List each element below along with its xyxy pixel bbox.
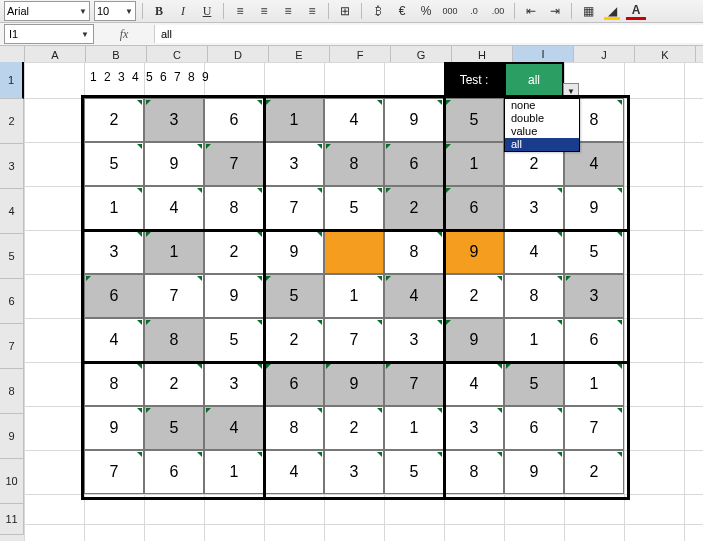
- sudoku-cell[interactable]: 9: [84, 406, 144, 450]
- sudoku-cell[interactable]: 7: [384, 362, 444, 406]
- sudoku-cell[interactable]: 9: [204, 274, 264, 318]
- sudoku-cell[interactable]: 4: [84, 318, 144, 362]
- sudoku-cell[interactable]: 5: [384, 450, 444, 494]
- sudoku-cell[interactable]: 3: [264, 142, 324, 186]
- font-color-button[interactable]: A: [626, 2, 646, 20]
- sudoku-cell[interactable]: 3: [444, 406, 504, 450]
- sudoku-cell[interactable]: 8: [144, 318, 204, 362]
- sudoku-cell[interactable]: 3: [144, 98, 204, 142]
- sudoku-cell[interactable]: 5: [264, 274, 324, 318]
- sudoku-cell[interactable]: 5: [84, 142, 144, 186]
- validation-dropdown[interactable]: nonedoublevalueall: [504, 98, 580, 152]
- dropdown-option[interactable]: double: [505, 112, 579, 125]
- inc-indent-button[interactable]: ⇥: [545, 2, 565, 20]
- sudoku-cell[interactable]: 6: [84, 274, 144, 318]
- row-header[interactable]: 9: [0, 414, 24, 459]
- sudoku-cell[interactable]: 4: [324, 98, 384, 142]
- percent-button[interactable]: %: [416, 2, 436, 20]
- row-header[interactable]: 11: [0, 504, 24, 535]
- sudoku-cell[interactable]: 5: [144, 406, 204, 450]
- sudoku-cell[interactable]: 6: [204, 98, 264, 142]
- row-header[interactable]: 10: [0, 459, 24, 504]
- sudoku-cell[interactable]: 7: [324, 318, 384, 362]
- sudoku-cell[interactable]: 4: [384, 274, 444, 318]
- sudoku-cell[interactable]: 3: [324, 450, 384, 494]
- sudoku-cell[interactable]: 6: [564, 318, 624, 362]
- sudoku-cell[interactable]: 2: [204, 230, 264, 274]
- sudoku-cell[interactable]: 5: [564, 230, 624, 274]
- sudoku-cell[interactable]: 6: [384, 142, 444, 186]
- currency-button[interactable]: ₿: [368, 2, 388, 20]
- sudoku-cell[interactable]: 4: [264, 450, 324, 494]
- row-header[interactable]: 8: [0, 369, 24, 414]
- row-header[interactable]: 5: [0, 234, 24, 279]
- sudoku-cell[interactable]: 3: [204, 362, 264, 406]
- sudoku-cell[interactable]: 6: [264, 362, 324, 406]
- row-header[interactable]: 6: [0, 279, 24, 324]
- sudoku-cell[interactable]: 7: [84, 450, 144, 494]
- sudoku-cell[interactable]: 3: [564, 274, 624, 318]
- font-select[interactable]: Arial ▼: [4, 1, 90, 21]
- sudoku-cell[interactable]: 5: [504, 362, 564, 406]
- border-button[interactable]: ▦: [578, 2, 598, 20]
- align-left-button[interactable]: ≡: [230, 2, 250, 20]
- dec-decimal-button[interactable]: .00: [488, 2, 508, 20]
- sudoku-cell[interactable]: 8: [504, 274, 564, 318]
- fill-color-button[interactable]: ◢: [602, 2, 622, 20]
- sudoku-cell[interactable]: 1: [504, 318, 564, 362]
- sudoku-cell[interactable]: 9: [324, 362, 384, 406]
- fx-icon[interactable]: fx: [120, 27, 129, 42]
- sudoku-cell[interactable]: 8: [324, 142, 384, 186]
- sudoku-cell[interactable]: 2: [84, 98, 144, 142]
- sudoku-cell[interactable]: 2: [324, 406, 384, 450]
- row-header[interactable]: 3: [0, 144, 24, 189]
- formula-input[interactable]: all: [154, 25, 703, 43]
- align-justify-button[interactable]: ≡: [302, 2, 322, 20]
- bold-button[interactable]: B: [149, 2, 169, 20]
- sudoku-cell[interactable]: [324, 230, 384, 274]
- row-header[interactable]: 4: [0, 189, 24, 234]
- test-mode-cell[interactable]: all: [504, 62, 564, 98]
- number-format-button[interactable]: 000: [440, 2, 460, 20]
- sudoku-cell[interactable]: 8: [264, 406, 324, 450]
- sudoku-cell[interactable]: 1: [144, 230, 204, 274]
- inc-decimal-button[interactable]: .0: [464, 2, 484, 20]
- sudoku-cell[interactable]: 8: [204, 186, 264, 230]
- sudoku-cell[interactable]: 9: [144, 142, 204, 186]
- cells-area[interactable]: 1 2 3 4 5 6 7 8 9Test :all▼nonedoubleval…: [24, 62, 703, 541]
- sudoku-cell[interactable]: 2: [144, 362, 204, 406]
- sudoku-cell[interactable]: 9: [384, 98, 444, 142]
- sudoku-cell[interactable]: 1: [564, 362, 624, 406]
- sudoku-cell[interactable]: 5: [204, 318, 264, 362]
- sudoku-cell[interactable]: 9: [564, 186, 624, 230]
- sudoku-cell[interactable]: 1: [84, 186, 144, 230]
- sudoku-cell[interactable]: 3: [504, 186, 564, 230]
- font-size-select[interactable]: 10 ▼: [94, 1, 136, 21]
- underline-button[interactable]: U: [197, 2, 217, 20]
- sudoku-cell[interactable]: 8: [384, 230, 444, 274]
- sudoku-cell[interactable]: 3: [384, 318, 444, 362]
- sudoku-cell[interactable]: 2: [384, 186, 444, 230]
- sudoku-cell[interactable]: 1: [204, 450, 264, 494]
- sudoku-cell[interactable]: 7: [204, 142, 264, 186]
- sudoku-cell[interactable]: 5: [444, 98, 504, 142]
- sudoku-cell[interactable]: 4: [504, 230, 564, 274]
- euro-button[interactable]: €: [392, 2, 412, 20]
- dropdown-option[interactable]: none: [505, 99, 579, 112]
- merge-button[interactable]: ⊞: [335, 2, 355, 20]
- sudoku-cell[interactable]: 2: [444, 274, 504, 318]
- sudoku-cell[interactable]: 9: [444, 230, 504, 274]
- sudoku-cell[interactable]: 7: [144, 274, 204, 318]
- sudoku-cell[interactable]: 7: [564, 406, 624, 450]
- sudoku-cell[interactable]: 6: [144, 450, 204, 494]
- name-box[interactable]: I1 ▼: [4, 24, 94, 44]
- dropdown-option[interactable]: all: [505, 138, 579, 151]
- dropdown-option[interactable]: value: [505, 125, 579, 138]
- row-header[interactable]: 7: [0, 324, 24, 369]
- sudoku-cell[interactable]: 1: [264, 98, 324, 142]
- align-right-button[interactable]: ≡: [278, 2, 298, 20]
- sudoku-cell[interactable]: 9: [504, 450, 564, 494]
- sudoku-cell[interactable]: 2: [564, 450, 624, 494]
- sudoku-cell[interactable]: 8: [84, 362, 144, 406]
- sudoku-cell[interactable]: 4: [144, 186, 204, 230]
